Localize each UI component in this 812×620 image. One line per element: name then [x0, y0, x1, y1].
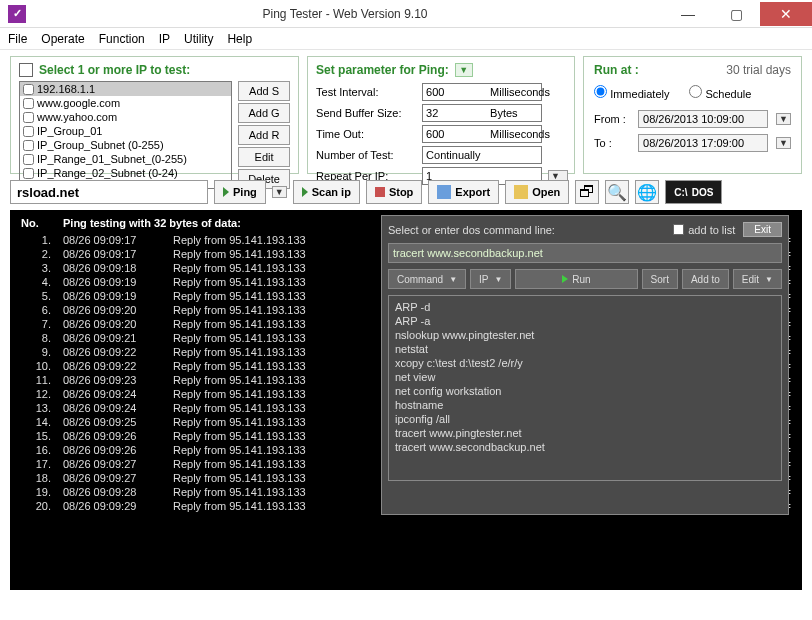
param-label: Number of Test:: [316, 149, 416, 161]
dos-list-item[interactable]: tracert www.pingtester.net: [395, 426, 775, 440]
dos-list-item[interactable]: ARP -d: [395, 300, 775, 314]
search-icon[interactable]: 🔍: [605, 180, 629, 204]
open-button[interactable]: Open: [505, 180, 569, 204]
param-label: Test Interval:: [316, 86, 416, 98]
dropdown-icon[interactable]: ▼: [455, 63, 473, 77]
scan-button[interactable]: Scan ip: [293, 180, 360, 204]
dos-exit-button[interactable]: Exit: [743, 222, 782, 237]
export-icon: [437, 185, 451, 199]
menu-file[interactable]: File: [8, 32, 27, 46]
select-all-checkbox[interactable]: [19, 63, 33, 77]
toolbar: Ping ▼ Scan ip Stop Export Open 🗗 🔍 🌐 C:…: [10, 180, 802, 204]
add-g-button[interactable]: Add G: [238, 103, 290, 123]
minimize-button[interactable]: —: [664, 2, 712, 26]
to-time-input[interactable]: [638, 134, 768, 152]
ip-item[interactable]: IP_Group_01: [20, 124, 231, 138]
address-input[interactable]: [10, 180, 208, 204]
dos-list-item[interactable]: ARP -a: [395, 314, 775, 328]
dropdown-icon[interactable]: ▼: [776, 137, 791, 149]
log-area: No. Ping testing with 32 bytes of data: …: [10, 210, 802, 590]
ping-button[interactable]: Ping: [214, 180, 266, 204]
maximize-button[interactable]: ▢: [712, 2, 760, 26]
export-button[interactable]: Export: [428, 180, 499, 204]
close-button[interactable]: ✕: [760, 2, 812, 26]
dos-button[interactable]: C:\DOS: [665, 180, 722, 204]
menu-operate[interactable]: Operate: [41, 32, 84, 46]
menu-ip[interactable]: IP: [159, 32, 170, 46]
add-s-button[interactable]: Add S: [238, 81, 290, 101]
play-icon: [223, 187, 229, 197]
param-title: Set parameter for Ping: ▼: [316, 63, 566, 77]
play-icon: [562, 275, 568, 283]
dos-list-item[interactable]: netstat: [395, 342, 775, 356]
window-title: Ping Tester - Web Version 9.10: [26, 7, 664, 21]
app-icon: ✓: [8, 5, 26, 23]
menu-utility[interactable]: Utility: [184, 32, 213, 46]
stop-button[interactable]: Stop: [366, 180, 422, 204]
dos-command-list[interactable]: ARP -dARP -anslookup www.pingtester.netn…: [388, 295, 782, 481]
title-bar: ✓ Ping Tester - Web Version 9.10 — ▢ ✕: [0, 0, 812, 28]
dos-list-item[interactable]: ipconfig /all: [395, 412, 775, 426]
ip-panel-title: Select 1 or more IP to test:: [19, 63, 290, 77]
param-panel: Set parameter for Ping: ▼ Test Interval:…: [307, 56, 575, 174]
num-test-input[interactable]: [422, 146, 542, 164]
dos-edit-dropdown[interactable]: Edit: [733, 269, 782, 289]
dos-command-dropdown[interactable]: Command: [388, 269, 466, 289]
ip-item[interactable]: IP_Group_Subnet (0-255): [20, 138, 231, 152]
run-panel: Run at :30 trial days Immediately Schedu…: [583, 56, 802, 174]
folder-icon: [514, 185, 528, 199]
param-label: Send Buffer Size:: [316, 107, 416, 119]
tool-icon-1[interactable]: 🗗: [575, 180, 599, 204]
dos-prompt-label: Select or enter dos command line:: [388, 224, 665, 236]
dos-list-item[interactable]: nslookup www.pingtester.net: [395, 328, 775, 342]
radio-schedule[interactable]: Schedule: [689, 85, 751, 100]
dos-panel: Select or enter dos command line: add to…: [381, 215, 789, 515]
dos-addto-button[interactable]: Add to: [682, 269, 729, 289]
play-icon: [302, 187, 308, 197]
dropdown-icon[interactable]: ▼: [776, 113, 791, 125]
radio-immediately[interactable]: Immediately: [594, 85, 669, 100]
dos-list-item[interactable]: net config workstation: [395, 384, 775, 398]
ip-item[interactable]: 192.168.1.1: [20, 82, 231, 96]
ip-list[interactable]: 192.168.1.1 www.google.com www.yahoo.com…: [19, 81, 232, 189]
menu-bar: File Operate Function IP Utility Help: [0, 28, 812, 50]
add-r-button[interactable]: Add R: [238, 125, 290, 145]
ip-select-panel: Select 1 or more IP to test: 192.168.1.1…: [10, 56, 299, 174]
dos-list-item[interactable]: hostname: [395, 398, 775, 412]
dropdown-icon[interactable]: ▼: [272, 186, 287, 198]
dos-list-item[interactable]: xcopy c:\test d:\test2 /e/r/y: [395, 356, 775, 370]
dos-run-button[interactable]: Run: [515, 269, 637, 289]
ip-item[interactable]: IP_Range_01_Subnet_(0-255): [20, 152, 231, 166]
ip-item[interactable]: IP_Range_02_Subnet (0-24): [20, 166, 231, 180]
ip-item[interactable]: www.google.com: [20, 96, 231, 110]
param-label: Time Out:: [316, 128, 416, 140]
dos-list-item[interactable]: net view: [395, 370, 775, 384]
edit-button[interactable]: Edit: [238, 147, 290, 167]
ip-item[interactable]: www.yahoo.com: [20, 110, 231, 124]
dos-ip-dropdown[interactable]: IP: [470, 269, 511, 289]
stop-icon: [375, 187, 385, 197]
dos-command-input[interactable]: [388, 243, 782, 263]
from-time-input[interactable]: [638, 110, 768, 128]
dos-list-item[interactable]: tracert www.secondbackup.net: [395, 440, 775, 454]
menu-function[interactable]: Function: [99, 32, 145, 46]
menu-help[interactable]: Help: [227, 32, 252, 46]
add-to-list-checkbox[interactable]: add to list: [673, 224, 735, 236]
globe-icon[interactable]: 🌐: [635, 180, 659, 204]
dos-sort-button[interactable]: Sort: [642, 269, 678, 289]
